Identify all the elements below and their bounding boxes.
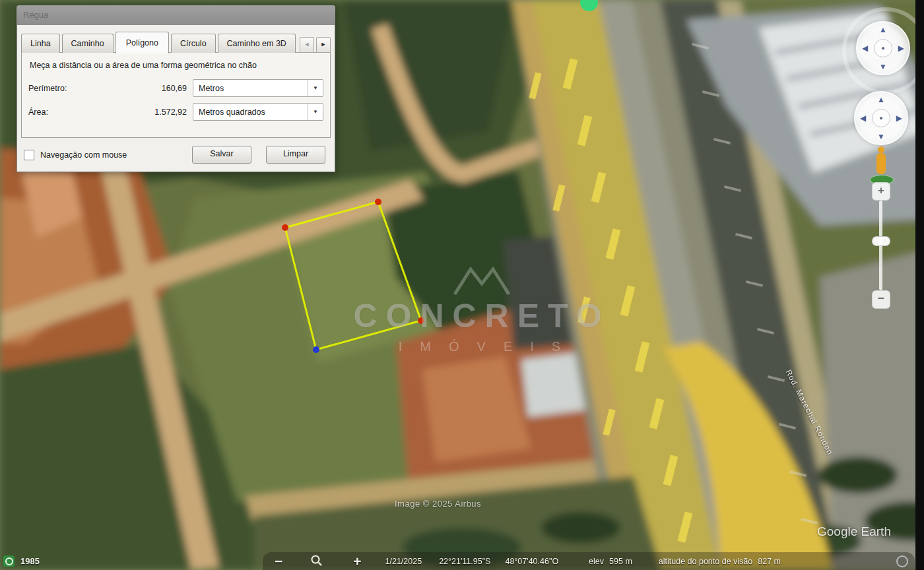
- dialog-body: Linha Caminho Polígono Círculo Caminho e…: [16, 25, 335, 172]
- tab-circulo[interactable]: Círculo: [171, 34, 216, 53]
- tab-caminho[interactable]: Caminho: [62, 34, 114, 53]
- ruler-dialog: Régua Linha Caminho Polígono Círculo Cam…: [16, 5, 335, 172]
- tab-strip: Linha Caminho Polígono Círculo Caminho e…: [21, 32, 331, 53]
- tab-content: Meça a distância ou a área de uma forma …: [21, 52, 331, 138]
- area-unit-dropdown[interactable]: Metros quadrados ▼: [193, 103, 323, 121]
- zoom-slider[interactable]: + −: [871, 182, 890, 309]
- perimeter-unit-dropdown[interactable]: Metros ▼: [193, 79, 323, 97]
- imagery-copyright: Image © 2025 Airbus: [395, 499, 481, 509]
- pegman-body-icon: [876, 153, 886, 174]
- elevation-value: 595 m: [609, 557, 632, 566]
- tab-scroll-left-icon[interactable]: ◄: [300, 37, 314, 53]
- imagery-date: 1/21/2025: [385, 557, 422, 566]
- tab-scroll-right-icon[interactable]: ►: [316, 37, 331, 53]
- pegman-street-view[interactable]: [869, 144, 894, 185]
- pegman-head-icon: [878, 146, 884, 153]
- elevation-label: elev: [589, 557, 604, 566]
- magnifier-icon[interactable]: [310, 554, 323, 569]
- elevation-readout: elev 595 m: [589, 557, 632, 566]
- dialog-titlebar[interactable]: Régua: [16, 5, 335, 25]
- save-button[interactable]: Salvar: [192, 146, 251, 164]
- eye-altitude-label: altitude do ponto de visão: [659, 557, 752, 566]
- move-left-arrow-icon[interactable]: ◀: [860, 114, 866, 122]
- screen-edge-bar: [915, 0, 924, 570]
- zoom-in-button[interactable]: +: [353, 555, 361, 568]
- tab-caminho-3d[interactable]: Caminho em 3D: [218, 34, 296, 53]
- area-value: 1.572,92: [100, 108, 193, 117]
- status-bar: − + 1/21/2025 22°21'11.95"S 48°07'40.46"…: [263, 552, 915, 570]
- clear-button[interactable]: Limpar: [266, 146, 325, 164]
- perimeter-unit-value: Metros: [193, 84, 224, 93]
- move-center-knob[interactable]: ●: [872, 109, 890, 127]
- look-right-arrow-icon[interactable]: ▶: [898, 44, 904, 52]
- area-unit-value: Metros quadrados: [193, 108, 265, 117]
- slider-handle[interactable]: [872, 236, 890, 246]
- historical-imagery-chip[interactable]: 1985: [3, 555, 40, 567]
- status-circle-icon[interactable]: [896, 555, 908, 567]
- move-down-arrow-icon[interactable]: ▼: [877, 133, 885, 141]
- move-right-arrow-icon[interactable]: ▶: [896, 114, 902, 122]
- slider-zoom-out-button[interactable]: −: [872, 290, 890, 309]
- oldest-imagery-year: 1985: [20, 556, 40, 566]
- tab-linha[interactable]: Linha: [21, 34, 60, 53]
- latitude-readout: 22°21'11.95"S: [439, 557, 490, 566]
- perimeter-row: Perímetro: 160,69 Metros ▼: [28, 79, 323, 97]
- move-joystick[interactable]: ▲ ▼ ◀ ▶ ●: [854, 91, 908, 145]
- tab-description: Meça a distância ou a área de uma forma …: [30, 61, 323, 70]
- zoom-out-button[interactable]: −: [275, 555, 282, 568]
- mouse-navigation-checkbox[interactable]: [24, 150, 34, 160]
- chevron-down-icon[interactable]: ▼: [308, 104, 323, 120]
- history-clock-icon[interactable]: [3, 555, 15, 567]
- look-down-arrow-icon[interactable]: ▼: [879, 63, 887, 71]
- perimeter-value: 160,69: [100, 84, 193, 93]
- look-center-knob[interactable]: ●: [874, 39, 892, 57]
- area-row: Área: 1.572,92 Metros quadrados ▼: [28, 103, 323, 121]
- look-joystick[interactable]: ▲ ▼ ◀ ▶ ●: [856, 21, 910, 75]
- mouse-navigation-label: Navegação com mouse: [40, 150, 192, 160]
- look-up-arrow-icon[interactable]: ▲: [879, 26, 887, 34]
- slider-zoom-in-button[interactable]: +: [872, 182, 890, 201]
- google-earth-logo: Google Earth: [817, 524, 891, 539]
- eye-altitude-readout: altitude do ponto de visão 827 m: [659, 557, 781, 566]
- tab-poligono[interactable]: Polígono: [116, 32, 169, 53]
- dialog-footer: Navegação com mouse Salvar Limpar: [24, 146, 325, 164]
- perimeter-label: Perímetro:: [28, 84, 100, 93]
- longitude-readout: 48°07'40.46"O: [505, 557, 558, 566]
- look-left-arrow-icon[interactable]: ◀: [862, 44, 868, 52]
- eye-altitude-value: 827 m: [758, 557, 781, 566]
- chevron-down-icon[interactable]: ▼: [308, 80, 323, 96]
- move-up-arrow-icon[interactable]: ▲: [877, 96, 885, 104]
- area-label: Área:: [28, 108, 100, 117]
